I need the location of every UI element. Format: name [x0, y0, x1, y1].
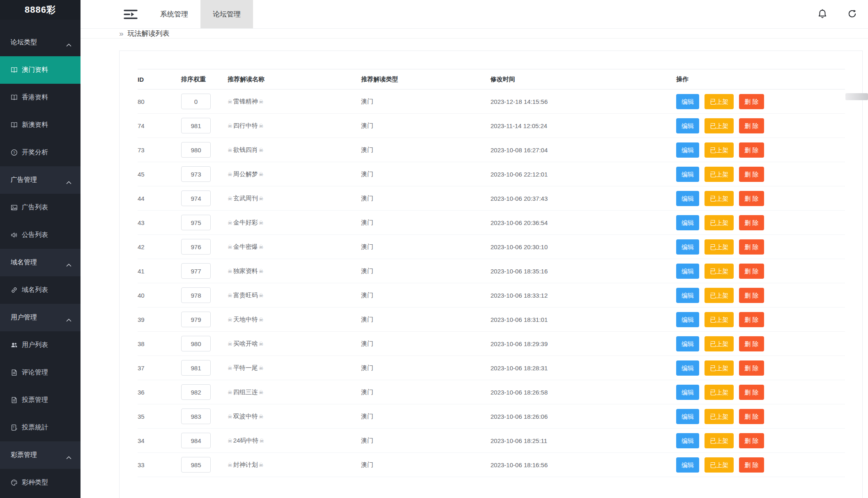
delete-button[interactable]: 删 除	[739, 239, 764, 255]
bell-icon[interactable]	[817, 9, 828, 20]
scrollbar-thumb[interactable]	[845, 93, 868, 100]
sidebar-item[interactable]: 彩种类型	[0, 469, 81, 496]
status-button[interactable]: 已上架	[705, 288, 734, 303]
weight-input[interactable]	[181, 215, 211, 230]
sidebar-item[interactable]: ? 开奖分析	[0, 139, 81, 166]
sidebar-item[interactable]: 投票管理	[0, 386, 81, 414]
weight-input[interactable]	[181, 94, 211, 109]
delete-button[interactable]: 删 除	[739, 264, 764, 279]
status-button[interactable]: 已上架	[705, 215, 734, 230]
status-button[interactable]: 已上架	[705, 191, 734, 206]
row-name: 玄武周刊	[233, 195, 258, 202]
edit-button[interactable]: 编辑	[676, 118, 699, 133]
sidebar-section-header[interactable]: 域名管理	[0, 249, 81, 276]
status-button[interactable]: 已上架	[705, 385, 734, 400]
delete-button[interactable]: 删 除	[739, 215, 764, 230]
delete-button[interactable]: 删 除	[739, 409, 764, 424]
weight-input[interactable]	[181, 166, 211, 182]
sidebar-item[interactable]: 评论管理	[0, 359, 81, 386]
status-button[interactable]: 已上架	[705, 457, 734, 473]
delete-button[interactable]: 删 除	[739, 94, 764, 109]
delete-button[interactable]: 删 除	[739, 312, 764, 327]
edit-button[interactable]: 编辑	[676, 264, 699, 279]
weight-input[interactable]	[181, 118, 211, 133]
edit-button[interactable]: 编辑	[676, 312, 699, 327]
row-actions: 编辑 已上架 删 除	[676, 404, 845, 429]
status-button[interactable]: 已上架	[705, 94, 734, 109]
weight-input[interactable]	[181, 457, 211, 473]
weight-input[interactable]	[181, 239, 211, 255]
weight-input[interactable]	[181, 433, 211, 448]
status-button[interactable]: 已上架	[705, 360, 734, 376]
status-button[interactable]: 已上架	[705, 167, 734, 182]
users-icon	[11, 342, 18, 349]
delete-button[interactable]: 删 除	[739, 191, 764, 206]
row-name-cell: ☠买啥开啥☠	[228, 332, 361, 356]
skull-icon: ☠	[259, 389, 264, 395]
sidebar-item[interactable]: 用户列表	[0, 331, 81, 359]
refresh-icon[interactable]	[847, 9, 857, 19]
sidebar-item[interactable]: 新澳资料	[0, 111, 81, 139]
sidebar-item[interactable]: 公告列表	[0, 221, 81, 249]
edit-button[interactable]: 编辑	[676, 360, 699, 376]
weight-input[interactable]	[181, 142, 211, 158]
delete-button[interactable]: 删 除	[739, 167, 764, 182]
status-button[interactable]: 已上架	[705, 239, 734, 255]
sidebar-item[interactable]: 澳门资料	[0, 56, 81, 84]
sidebar-item[interactable]: 广告列表	[0, 194, 81, 221]
edit-button[interactable]: 编辑	[676, 142, 699, 158]
edit-button[interactable]: 编辑	[676, 288, 699, 303]
edit-button[interactable]: 编辑	[676, 239, 699, 255]
weight-input[interactable]	[181, 287, 211, 303]
row-type: 澳门	[361, 122, 373, 129]
row-actions: 编辑 已上架 删 除	[676, 114, 845, 138]
weight-input[interactable]	[181, 263, 211, 279]
delete-button[interactable]: 删 除	[739, 336, 764, 351]
delete-button[interactable]: 删 除	[739, 118, 764, 133]
weight-input[interactable]	[181, 336, 211, 351]
sidebar-item[interactable]: 域名列表	[0, 276, 81, 304]
weight-input[interactable]	[181, 360, 211, 376]
edit-button[interactable]: 编辑	[676, 409, 699, 424]
edit-button[interactable]: 编辑	[676, 457, 699, 473]
top-tab[interactable]: 系统管理	[148, 0, 200, 28]
delete-button[interactable]: 删 除	[739, 457, 764, 473]
delete-button[interactable]: 删 除	[739, 385, 764, 400]
edit-button[interactable]: 编辑	[676, 215, 699, 230]
top-tab[interactable]: 论坛管理	[200, 0, 253, 28]
status-button[interactable]: 已上架	[705, 118, 734, 133]
edit-button[interactable]: 编辑	[676, 167, 699, 182]
status-button[interactable]: 已上架	[705, 336, 734, 351]
row-name: 金牛好彩	[233, 219, 258, 226]
row-name-cell: ☠周公解梦☠	[228, 162, 361, 186]
edit-button[interactable]: 编辑	[676, 191, 699, 206]
status-button[interactable]: 已上架	[705, 312, 734, 327]
sidebar-item-label: 评论管理	[22, 368, 48, 377]
delete-button[interactable]: 删 除	[739, 433, 764, 448]
status-button[interactable]: 已上架	[705, 142, 734, 158]
edit-button[interactable]: 编辑	[676, 94, 699, 109]
sidebar-section-header[interactable]: 彩票管理	[0, 441, 81, 469]
delete-button[interactable]: 删 除	[739, 142, 764, 158]
edit-button[interactable]: 编辑	[676, 336, 699, 351]
weight-input[interactable]	[181, 190, 211, 206]
status-button[interactable]: 已上架	[705, 433, 734, 448]
sidebar-item[interactable]: 香港资料	[0, 84, 81, 111]
weight-input[interactable]	[181, 384, 211, 400]
weight-input[interactable]	[181, 408, 211, 424]
sidebar-section-header[interactable]: 论坛类型	[0, 29, 81, 56]
status-button[interactable]: 已上架	[705, 409, 734, 424]
sidebar-section-header[interactable]: 用户管理	[0, 304, 81, 331]
row-name-cell: ☠欲钱四肖☠	[228, 138, 361, 162]
sidebar-item[interactable]: ? 投票統計	[0, 414, 81, 441]
edit-button[interactable]: 编辑	[676, 385, 699, 400]
row-type: 澳门	[361, 243, 373, 250]
row-name: 欲钱四肖	[233, 146, 258, 153]
sidebar-section-header[interactable]: 广告管理	[0, 166, 81, 194]
edit-button[interactable]: 编辑	[676, 433, 699, 448]
menu-fold-icon[interactable]	[123, 0, 139, 28]
delete-button[interactable]: 删 除	[739, 288, 764, 303]
weight-input[interactable]	[181, 312, 211, 327]
status-button[interactable]: 已上架	[705, 264, 734, 279]
delete-button[interactable]: 删 除	[739, 360, 764, 376]
